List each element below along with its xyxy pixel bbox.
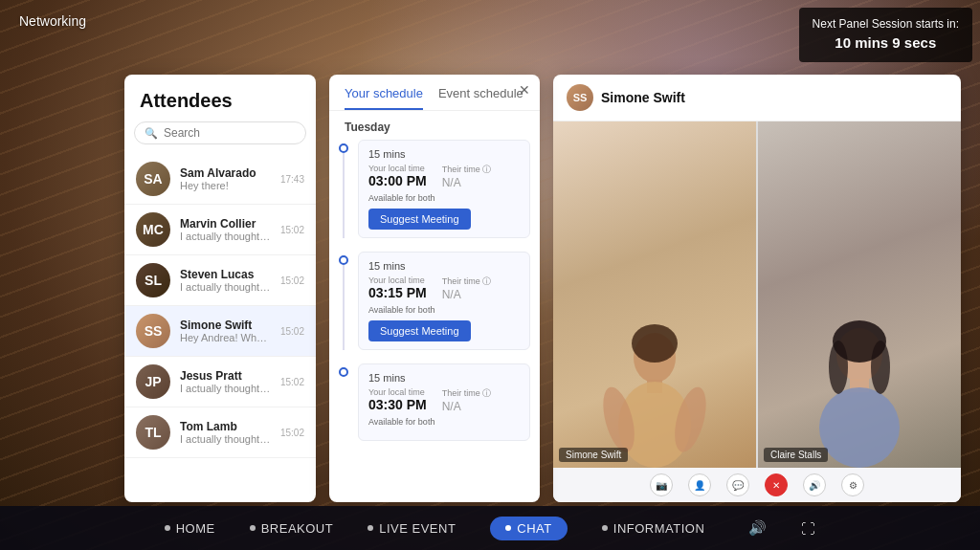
local-time-value: 03:30 PM <box>368 397 427 412</box>
local-time-label: Your local time <box>368 275 427 285</box>
video-bg <box>553 121 756 468</box>
slot-dot <box>339 367 348 377</box>
list-item[interactable]: MC Marvin Collier I actually thought you… <box>124 205 316 255</box>
video-controls: 📷 👤 💬 ✕ 🔊 ⚙ <box>553 468 961 502</box>
next-session-box: Next Panel Session starts in: 10 mins 9 … <box>799 8 972 62</box>
attendee-message: Hey there! <box>180 180 271 191</box>
availability: Available for both <box>368 305 520 315</box>
schedule-content: 15 mins Your local time 03:00 PM Their t… <box>329 140 540 502</box>
nav-label: LIVE EVENT <box>379 521 456 536</box>
schedule-day: Tuesday <box>329 111 540 140</box>
person-silhouette <box>802 315 917 468</box>
slot-line <box>343 153 345 238</box>
local-time-label: Your local time <box>368 387 427 397</box>
video-stream-1: Simone Swift <box>553 121 756 468</box>
local-time-label: Your local time <box>368 164 427 173</box>
schedule-panel: ✕ Your schedule Event schedule Tuesday 1… <box>329 75 540 502</box>
their-time-value: N/A <box>442 288 492 301</box>
fullscreen-icon[interactable]: ⛶ <box>801 520 815 537</box>
schedule-tabs: Your schedule Event schedule <box>329 75 540 111</box>
tab-your-schedule[interactable]: Your schedule <box>345 86 423 110</box>
nav-item-information[interactable]: INFORMATION <box>602 521 705 536</box>
attendee-message: I actually thought you... <box>180 281 271 293</box>
nav-label: CHAT <box>517 521 551 536</box>
slot-duration: 15 mins <box>368 148 520 160</box>
video-header: SS Simone Swift <box>553 75 961 121</box>
nav-label: INFORMATION <box>613 521 705 536</box>
attendee-name: Tom Lamb <box>180 420 271 433</box>
attendees-title: Attendees <box>124 75 316 121</box>
suggest-meeting-button[interactable]: Suggest Meeting <box>368 320 471 341</box>
attendee-list: SA Sam Alvarado Hey there! 17:43 MC Marv… <box>124 154 316 502</box>
their-time-label: Their time ⓘ <box>442 275 492 288</box>
attendee-name: Simone Swift <box>180 319 271 332</box>
video-ctrl-btn[interactable]: 📷 <box>650 473 673 496</box>
their-time-label: Their time ⓘ <box>442 164 492 176</box>
list-item[interactable]: SA Sam Alvarado Hey there! 17:43 <box>124 154 316 205</box>
slot-dot <box>339 143 348 153</box>
sound-icon[interactable]: 🔊 <box>748 519 767 537</box>
next-session-time: 10 mins 9 secs <box>813 33 959 55</box>
avatar: TL <box>136 415 170 450</box>
stream-name-tag: Claire Stalls <box>764 448 828 462</box>
video-panel: SS Simone Swift <box>553 75 961 502</box>
nav-item-home[interactable]: HOME <box>165 521 215 536</box>
avatar: MC <box>136 212 170 247</box>
nav-item-breakout[interactable]: BREAKOUT <box>250 521 334 536</box>
list-item[interactable]: SL Steven Lucas I actually thought you..… <box>124 255 316 306</box>
svg-point-8 <box>819 387 900 468</box>
attendee-time: 15:02 <box>280 225 304 235</box>
local-time-value: 03:15 PM <box>368 285 427 300</box>
video-header-avatar: SS <box>567 84 593 111</box>
their-time-value: N/A <box>442 400 492 413</box>
attendee-time: 15:02 <box>280 275 304 286</box>
list-item[interactable]: SS Simone Swift Hey Andrea! What's up? 1… <box>124 306 316 357</box>
their-time-label: Their time ⓘ <box>442 387 492 400</box>
svg-point-11 <box>871 341 890 394</box>
attendee-name: Marvin Collier <box>180 217 271 231</box>
avatar: SS <box>136 314 170 348</box>
nav-item-live-event[interactable]: LIVE EVENT <box>368 521 456 536</box>
nav-dot <box>368 525 373 531</box>
their-time-value: N/A <box>442 176 492 189</box>
attendee-name: Jesus Pratt <box>180 369 271 383</box>
nav-item-chat[interactable]: CHAT <box>490 517 567 540</box>
list-item[interactable]: TL Tom Lamb I actually thought you... 15… <box>124 407 316 458</box>
hangup-button[interactable]: ✕ <box>765 473 788 496</box>
video-ctrl-btn[interactable]: ⚙ <box>841 473 864 496</box>
app-title: Networking <box>19 13 86 29</box>
close-button[interactable]: ✕ <box>519 82 530 98</box>
suggest-meeting-button[interactable]: Suggest Meeting <box>368 209 471 230</box>
attendees-panel: Attendees 🔍 SA Sam Alvarado Hey there! 1… <box>124 75 316 502</box>
slot-card: 15 mins Your local time 03:00 PM Their t… <box>358 140 530 238</box>
schedule-slot: 15 mins Your local time 03:30 PM Their t… <box>339 363 530 441</box>
list-item[interactable]: JP Jesus Pratt I actually thought you...… <box>124 357 316 407</box>
next-session-label: Next Panel Session starts in: <box>813 15 959 33</box>
video-area: Simone Swift <box>553 121 961 468</box>
schedule-slot: 15 mins Your local time 03:00 PM Their t… <box>339 140 530 238</box>
availability: Available for both <box>368 193 520 203</box>
local-time-value: 03:00 PM <box>368 173 427 188</box>
attendee-time: 15:02 <box>280 428 304 438</box>
avatar: SL <box>136 263 170 297</box>
person-silhouette <box>597 315 712 468</box>
video-ctrl-btn[interactable]: 👤 <box>688 473 711 496</box>
tab-event-schedule[interactable]: Event schedule <box>438 86 523 110</box>
attendee-time: 15:02 <box>280 377 304 387</box>
attendee-name: Steven Lucas <box>180 268 271 281</box>
stream-name-tag: Simone Swift <box>559 448 628 462</box>
attendee-message: I actually thought you... <box>180 383 271 394</box>
search-icon: 🔍 <box>145 127 158 140</box>
search-input[interactable] <box>164 126 296 140</box>
slot-dot <box>339 255 348 265</box>
video-ctrl-btn[interactable]: 🔊 <box>803 473 826 496</box>
video-bg <box>758 121 961 468</box>
search-box[interactable]: 🔍 <box>134 121 306 144</box>
attendee-time: 17:43 <box>280 174 304 185</box>
slot-card: 15 mins Your local time 03:30 PM Their t… <box>358 363 530 441</box>
nav-dot <box>505 525 511 531</box>
nav-dot <box>165 525 170 531</box>
video-ctrl-btn[interactable]: 💬 <box>726 473 749 496</box>
schedule-slot: 15 mins Your local time 03:15 PM Their t… <box>339 252 530 350</box>
svg-point-10 <box>829 341 848 394</box>
